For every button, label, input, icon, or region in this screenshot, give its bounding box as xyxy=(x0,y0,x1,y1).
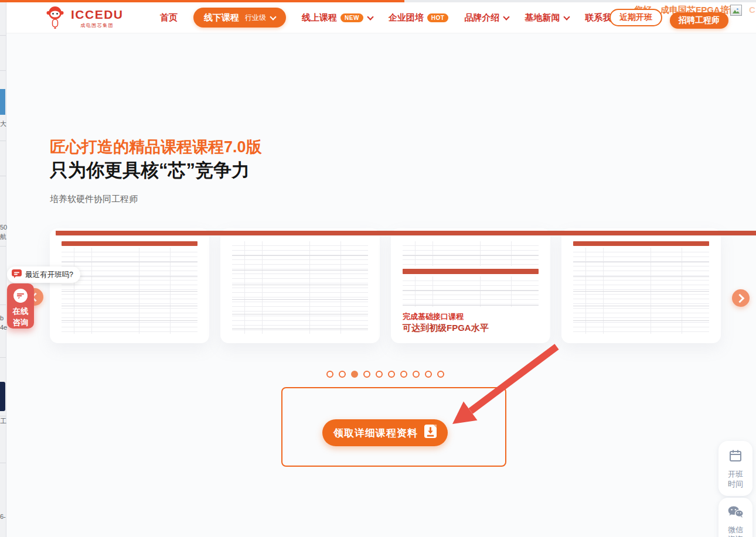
calendar-icon xyxy=(728,449,743,466)
carousel-dot-2[interactable] xyxy=(339,371,346,378)
background-window-fragment: 6- xyxy=(0,513,6,520)
nav-item-offline-courses[interactable]: 线下课程行业级 xyxy=(193,8,286,28)
page-loading-bar xyxy=(0,0,756,2)
cta-button-label: 领取详细课程资料 xyxy=(333,426,418,440)
carousel-dot-9[interactable] xyxy=(425,371,432,378)
course-carousel: 完成基础接口课程可达到初级FPGA水平 xyxy=(50,228,721,343)
consult-tooltip[interactable]: 最近有开班吗? xyxy=(7,266,80,283)
widget-label: 微信咨询 xyxy=(728,525,743,537)
background-blue-block xyxy=(0,89,5,115)
background-window-sliver: 大50航b4e工6- xyxy=(0,2,6,537)
loading-progress xyxy=(0,0,404,2)
carousel-dot-3[interactable] xyxy=(351,371,358,378)
background-window-fragment: 50 xyxy=(0,224,7,231)
nav-item-label: 首页 xyxy=(160,12,178,23)
carousel-dot-5[interactable] xyxy=(376,371,383,378)
table-rows xyxy=(573,248,709,334)
table-title-bar xyxy=(62,241,197,246)
nav-item-online-courses[interactable]: 线上课程NEW xyxy=(302,12,373,23)
chevron-down-icon xyxy=(367,13,373,20)
broken-image-icon xyxy=(730,5,742,16)
course-table-2[interactable] xyxy=(220,228,380,343)
brand-name: ICCEDU xyxy=(71,8,124,20)
carousel-dot-1[interactable] xyxy=(326,371,333,378)
hero-subtitle: 培养软硬件协同工程师 xyxy=(50,194,262,205)
chevron-down-icon xyxy=(564,13,570,20)
online-consult-button[interactable]: 在线咨询 xyxy=(7,283,34,329)
course-table-1[interactable] xyxy=(50,228,209,343)
side-widgets: 开班时间微信咨询 xyxy=(718,441,752,537)
carousel-next-button[interactable] xyxy=(732,289,750,307)
card-caption: 完成基础接口课程可达到初级FPGA水平 xyxy=(403,312,539,334)
wechat-icon xyxy=(727,505,744,521)
download-course-material-button[interactable]: 领取详细课程资料 xyxy=(322,419,448,446)
chat-icon xyxy=(13,289,28,303)
background-navy-block xyxy=(0,382,5,411)
table-rows xyxy=(403,241,539,266)
nav-item-base-news[interactable]: 基地新闻 xyxy=(525,12,569,23)
background-window-fragment: 大 xyxy=(0,119,6,128)
course-table-3[interactable]: 完成基础接口课程可达到初级FPGA水平 xyxy=(391,228,550,343)
background-window-fragment: 工 xyxy=(0,417,6,426)
table-title-bar xyxy=(573,241,709,246)
background-window-fragment: b xyxy=(0,314,4,321)
chat-bubble-icon xyxy=(12,269,22,280)
nav-item-badge: HOT xyxy=(427,13,449,22)
brand-logo[interactable]: ICCEDU 成电国芯集团 xyxy=(45,5,124,31)
hero-title-main: 只为你更具核“芯”竞争力 xyxy=(50,159,262,181)
background-window-fragment: 4e xyxy=(0,324,7,331)
nav-item-badge: NEW xyxy=(340,13,363,22)
carousel-dot-6[interactable] xyxy=(388,371,395,378)
nav-item-label: 品牌介绍 xyxy=(464,12,499,23)
edge-text-fragment: C xyxy=(749,5,755,15)
class-schedule-widget[interactable]: 开班时间 xyxy=(718,441,752,496)
table-section-band xyxy=(403,269,539,274)
table-header-bar xyxy=(56,231,756,235)
carousel-pagination xyxy=(14,368,756,379)
nav-item-corporate-training[interactable]: 企业团培HOT xyxy=(389,12,449,23)
table-rows xyxy=(62,248,197,334)
nav-item-label: 线下课程 xyxy=(204,12,239,23)
table-rows xyxy=(403,276,539,307)
site-header: ICCEDU 成电国芯集团 首页线下课程行业级线上课程NEW企业团培HOT品牌介… xyxy=(6,2,756,33)
background-window-fragment: 航 xyxy=(0,232,6,241)
chevron-down-icon xyxy=(270,13,276,20)
nav-item-tag: 行业级 xyxy=(245,13,266,23)
wechat-consult-widget[interactable]: 微信咨询 xyxy=(718,498,752,537)
card-caption-line: 可达到初级FPGA水平 xyxy=(403,322,539,334)
carousel-dot-10[interactable] xyxy=(437,371,444,378)
mascot-icon xyxy=(45,5,66,31)
nav-item-label: 基地新闻 xyxy=(525,12,560,23)
download-icon xyxy=(424,425,437,441)
nav-item-brand-intro[interactable]: 品牌介绍 xyxy=(464,12,509,23)
carousel-dot-7[interactable] xyxy=(400,371,407,378)
card-caption-line: 完成基础接口课程 xyxy=(403,312,539,322)
carousel-dot-4[interactable] xyxy=(363,371,370,378)
carousel-dot-8[interactable] xyxy=(413,371,420,378)
nav-item-label: 线上课程 xyxy=(302,12,337,23)
recent-class-button[interactable]: 近期开班 xyxy=(609,9,662,26)
hero-section: 匠心打造的精品课程课程7.0版 只为你更具核“芯”竞争力 培养软硬件协同工程师 xyxy=(50,138,262,205)
table-rows xyxy=(232,241,368,334)
course-table-4[interactable] xyxy=(561,228,721,343)
chevron-down-icon xyxy=(503,13,510,20)
consult-button-label: 在线咨询 xyxy=(13,306,29,329)
chevron-right-icon xyxy=(735,293,745,303)
nav-item-label: 企业团培 xyxy=(389,12,424,23)
hero-title-accent: 匠心打造的精品课程课程7.0版 xyxy=(50,138,262,156)
nav-item-home[interactable]: 首页 xyxy=(160,12,178,23)
consult-tooltip-text: 最近有开班吗? xyxy=(25,270,73,280)
widget-label: 开班时间 xyxy=(728,470,743,490)
main-nav: 首页线下课程行业级线上课程NEW企业团培HOT品牌介绍基地新闻联系我们 xyxy=(160,2,629,33)
brand-subtitle: 成电国芯集团 xyxy=(71,22,124,29)
hire-engineer-button[interactable]: 招聘工程师 xyxy=(670,12,728,29)
